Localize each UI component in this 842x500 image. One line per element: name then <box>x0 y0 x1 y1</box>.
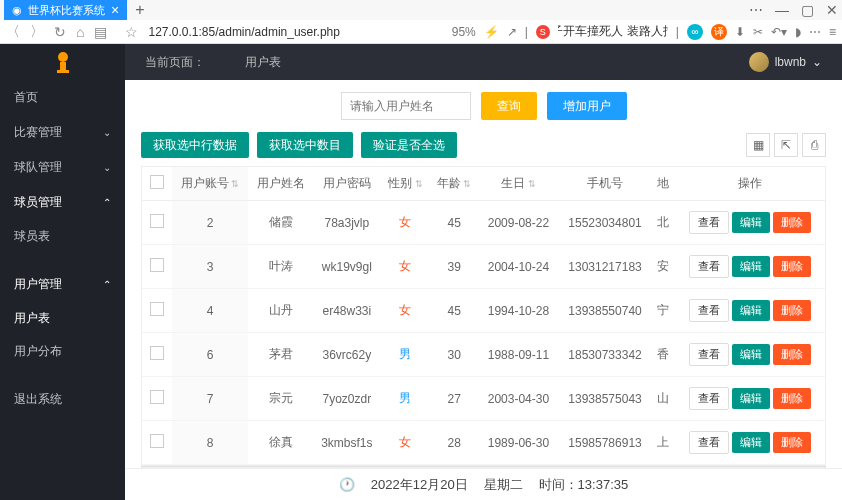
sidebar-item-team[interactable]: 球队管理⌄ <box>0 150 125 185</box>
user-menu[interactable]: lbwnb ⌄ <box>749 52 822 72</box>
sidebar-sub-player-list[interactable]: 球员表 <box>0 220 125 253</box>
horizontal-scrollbar[interactable] <box>141 466 826 468</box>
cell-name: 徐真 <box>248 421 312 465</box>
get-selected-data-button[interactable]: 获取选中行数据 <box>141 132 249 158</box>
col-name[interactable]: 用户姓名 <box>248 167 312 201</box>
back-icon[interactable]: 〈 <box>6 23 20 41</box>
footer-date: 2022年12月20日 <box>371 476 468 494</box>
get-selected-count-button[interactable]: 获取选中数目 <box>257 132 353 158</box>
edit-button[interactable]: 编辑 <box>732 212 770 233</box>
row-checkbox[interactable] <box>150 214 164 228</box>
reload-icon[interactable]: ↻ <box>54 24 66 40</box>
url-text[interactable]: 127.0.0.1:85/admin/admin_user.php <box>148 25 339 39</box>
tab-title: 世界杯比赛系统 <box>28 3 105 18</box>
edit-button[interactable]: 编辑 <box>732 432 770 453</box>
new-tab-button[interactable]: + <box>135 1 144 19</box>
bolt-icon[interactable]: ⚡ <box>484 25 499 39</box>
cell-password: 78a3jvlp <box>313 201 381 245</box>
maximize-icon[interactable]: ▢ <box>801 2 814 18</box>
edit-button[interactable]: 编辑 <box>732 344 770 365</box>
print-icon[interactable]: ⎙ <box>802 133 826 157</box>
row-checkbox[interactable] <box>150 434 164 448</box>
reader-icon[interactable]: ▤ <box>94 24 107 40</box>
view-button[interactable]: 查看 <box>689 387 729 410</box>
breadcrumb-page: 用户表 <box>245 54 281 71</box>
sidebar-item-player[interactable]: 球员管理⌃ <box>0 185 125 220</box>
cell-account: 4 <box>172 289 248 333</box>
col-account[interactable]: 用户账号 <box>172 167 248 201</box>
window-close-icon[interactable]: ✕ <box>826 2 838 18</box>
view-button[interactable]: 查看 <box>689 431 729 454</box>
export-icon[interactable]: ⇱ <box>774 133 798 157</box>
forward-icon[interactable]: 〉 <box>30 23 44 41</box>
sidebar-sub-user-dist[interactable]: 用户分布 <box>0 335 125 368</box>
cell-account: 6 <box>172 333 248 377</box>
sidebar-item-match[interactable]: 比赛管理⌄ <box>0 115 125 150</box>
browser-tab[interactable]: ◉ 世界杯比赛系统 × <box>4 0 127 20</box>
cell-birthday: 2003-04-30 <box>479 377 559 421</box>
col-password[interactable]: 用户密码 <box>313 167 381 201</box>
col-phone[interactable]: 手机号 <box>558 167 652 201</box>
undo-icon[interactable]: ↶▾ <box>771 25 787 39</box>
cell-name: 茅君 <box>248 333 312 377</box>
menu-icon[interactable]: ⋯ <box>749 2 763 18</box>
home-icon[interactable]: ⌂ <box>76 24 84 40</box>
row-checkbox[interactable] <box>150 346 164 360</box>
view-button[interactable]: 查看 <box>689 255 729 278</box>
delete-button[interactable]: 删除 <box>773 212 811 233</box>
col-addr[interactable]: 地 <box>652 167 675 201</box>
extension-icon[interactable]: ∞ <box>687 24 703 40</box>
cell-birthday: 2009-08-22 <box>479 201 559 245</box>
columns-icon[interactable]: ▦ <box>746 133 770 157</box>
cut-icon[interactable]: ✂ <box>753 25 763 39</box>
more-icon[interactable]: ⋯ <box>809 25 821 39</box>
cell-age: 30 <box>430 333 479 377</box>
view-button[interactable]: 查看 <box>689 343 729 366</box>
view-button[interactable]: 查看 <box>689 299 729 322</box>
table-row: 6 茅君 36vrc62y 男 30 1988-09-11 1853073334… <box>142 333 825 377</box>
menu-icon[interactable]: ≡ <box>829 25 836 39</box>
sidebar-item-user[interactable]: 用户管理⌃ <box>0 267 125 302</box>
delete-button[interactable]: 删除 <box>773 256 811 277</box>
sidebar-sub-user-list[interactable]: 用户表 <box>0 302 125 335</box>
translate-icon[interactable]: 译 <box>711 24 727 40</box>
zoom-label[interactable]: 95% <box>452 25 476 39</box>
s-badge-icon[interactable]: S <box>536 25 550 39</box>
row-checkbox[interactable] <box>150 258 164 272</box>
view-button[interactable]: 查看 <box>689 211 729 234</box>
star-icon[interactable]: ☆ <box>125 24 138 40</box>
cell-account: 8 <box>172 421 248 465</box>
col-birthday[interactable]: 生日 <box>479 167 559 201</box>
sidebar-item-home[interactable]: 首页 <box>0 80 125 115</box>
row-checkbox[interactable] <box>150 302 164 316</box>
delete-button[interactable]: 删除 <box>773 432 811 453</box>
edit-button[interactable]: 编辑 <box>732 388 770 409</box>
cell-name: 储霞 <box>248 201 312 245</box>
cell-age: 28 <box>430 421 479 465</box>
verify-all-button[interactable]: 验证是否全选 <box>361 132 457 158</box>
theme-icon[interactable]: ◗ <box>795 25 801 39</box>
chevron-down-icon: ⌄ <box>103 127 111 138</box>
minimize-icon[interactable]: — <box>775 2 789 18</box>
edit-button[interactable]: 编辑 <box>732 300 770 321</box>
col-age[interactable]: 年龄 <box>430 167 479 201</box>
query-button[interactable]: 查询 <box>481 92 537 120</box>
search-input[interactable] <box>341 92 471 120</box>
col-gender[interactable]: 性别 <box>381 167 430 201</box>
cell-account: 7 <box>172 377 248 421</box>
edit-button[interactable]: 编辑 <box>732 256 770 277</box>
chevron-up-icon: ⌃ <box>103 279 111 290</box>
delete-button[interactable]: 删除 <box>773 388 811 409</box>
news-snippet[interactable]: 女子开车撞死人 装路人报警 <box>558 23 668 40</box>
delete-button[interactable]: 删除 <box>773 300 811 321</box>
add-user-button[interactable]: 增加用户 <box>547 92 627 120</box>
chevron-down-icon: ⌄ <box>103 162 111 173</box>
share-icon[interactable]: ↗ <box>507 25 517 39</box>
row-checkbox[interactable] <box>150 390 164 404</box>
sidebar-item-logout[interactable]: 退出系统 <box>0 382 125 417</box>
download-icon[interactable]: ⬇ <box>735 25 745 39</box>
delete-button[interactable]: 删除 <box>773 344 811 365</box>
select-all-checkbox[interactable] <box>150 175 164 189</box>
close-icon[interactable]: × <box>111 2 119 18</box>
cell-addr: 北 <box>652 201 675 245</box>
